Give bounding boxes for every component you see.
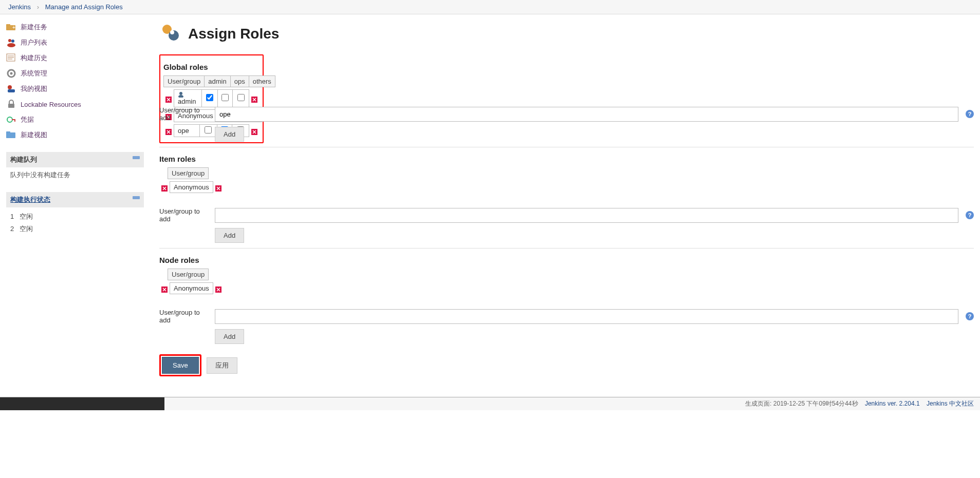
usergroup-cell: Anonymous [170,283,213,294]
people-icon [6,37,16,48]
item-roles-row-table: Anonymous [170,181,213,193]
item-add-input[interactable] [215,208,958,223]
credentials-icon [6,114,16,125]
build-queue-body: 队列中没有构建任务 [6,167,144,183]
global-add-button[interactable]: Add [215,127,244,142]
global-add-input[interactable] [215,107,958,122]
footer: 生成页面: 2019-12-25 下午09时54分44秒 Jenkins ver… [0,397,980,410]
build-queue-title: 构建队列 [10,156,37,163]
checkbox-admin-admin[interactable] [206,94,213,101]
executor-status: 空闲 [20,213,33,220]
page-title: Assign Roles [188,26,279,42]
item-roles-title: Item roles [159,155,974,163]
checkbox-admin-others[interactable] [237,94,245,101]
node-add-button-row: Add [159,329,974,344]
executor-status: 空闲 [20,225,33,233]
node-roles-row-table: Anonymous [170,282,213,294]
collapse-icon[interactable] [133,196,140,199]
delete-row-icon[interactable] [215,185,221,192]
item-roles-section: Item roles User/group Anonymous [159,155,974,195]
breadcrumb-page[interactable]: Manage and Assign Roles [45,3,123,11]
footer-generated: 生成页面: 2019-12-25 下午09时54分44秒 [745,400,858,407]
divider [159,147,974,147]
sidebar-item-label: 新建视图 [21,130,47,140]
executor-num: 2 [10,225,17,233]
executor-pane: 构建执行状态 1 空闲 2 空闲 [6,192,144,238]
delete-row-icon[interactable] [251,97,257,103]
table-header-row: User/group admin ops others [164,76,275,87]
delete-row-icon[interactable] [165,97,172,103]
sidebar-item-label: 新建任务 [21,23,47,32]
svg-rect-1 [6,24,10,26]
item-add-button-row: Add [159,228,974,243]
sidebar-item-manage[interactable]: 系统管理 [6,66,144,81]
node-roles-header-wrap: User/group [159,269,974,282]
new-job-icon: + [6,22,16,32]
help-icon[interactable]: ? [966,110,974,118]
svg-rect-14 [8,104,14,108]
myview-icon [6,84,16,94]
delete-row-icon[interactable] [251,129,257,135]
breadcrumb-home[interactable]: Jenkins [8,3,31,11]
svg-rect-17 [14,119,15,122]
sidebar-item-lockable-resources[interactable]: Lockable Resources [6,97,144,112]
sidebar-item-label: Lockable Resources [21,101,81,108]
page-title-row: Assign Roles [159,22,974,45]
sidebar-item-credentials[interactable]: 凭据 [6,112,144,127]
node-roles-title: Node roles [159,256,974,264]
svg-text:+: + [12,25,15,30]
usergroup-cell: ope [174,125,200,137]
item-add-button[interactable]: Add [215,228,244,243]
svg-rect-13 [8,89,15,92]
sidebar-item-people[interactable]: 用户列表 [6,35,144,50]
node-add-button[interactable]: Add [215,329,244,344]
sidebar-item-my-views[interactable]: 我的视图 [6,81,144,97]
delete-row-icon[interactable] [161,185,168,192]
col-usergroup: User/group [164,76,205,87]
item-roles-table: User/group [168,167,209,179]
node-add-input[interactable] [215,309,958,324]
submit-bar: Save 应用 [159,354,974,376]
main-panel: Assign Roles Global roles User/group adm… [144,14,980,397]
gear-icon [6,68,16,79]
sidebar-item-label: 凭据 [21,115,34,124]
usergroup-cell: admin [174,90,202,107]
svg-rect-19 [6,131,10,133]
save-highlight: Save [159,354,201,376]
col-others: others [249,76,275,87]
executor-num: 1 [10,213,17,220]
footer-version-link[interactable]: Jenkins ver. 2.204.1 [865,400,920,407]
save-button[interactable]: Save [162,357,199,374]
col-ops: ops [230,76,249,87]
collapse-icon[interactable] [133,156,140,159]
global-roles-title: Global roles [163,63,260,71]
breadcrumb: Jenkins › Manage and Assign Roles [0,0,980,14]
breadcrumb-separator: › [37,3,39,11]
svg-point-12 [8,85,12,89]
apply-button[interactable]: 应用 [207,357,237,374]
checkbox-admin-ops[interactable] [221,94,229,101]
sidebar-item-new-job[interactable]: + 新建任务 [6,20,144,35]
footer-dark-area [0,397,164,410]
help-icon[interactable]: ? [966,312,974,320]
delete-row-icon[interactable] [165,129,172,135]
checkbox-ope-admin[interactable] [205,126,212,133]
build-queue-header: 构建队列 [6,152,144,167]
item-roles-row: Anonymous [159,181,974,195]
node-roles-row: Anonymous [159,282,974,296]
sidebar-item-build-history[interactable]: 构建历史 [6,50,144,66]
help-icon[interactable]: ? [966,211,974,219]
footer-community-link[interactable]: Jenkins 中文社区 [927,400,974,407]
newview-icon [6,130,16,140]
sidebar-item-new-view[interactable]: 新建视图 [6,127,144,143]
delete-row-icon[interactable] [215,286,221,293]
executor-title-link[interactable]: 构建执行状态 [10,196,50,203]
node-roles-section: Node roles User/group Anonymous [159,256,974,296]
executor-row: 2 空闲 [10,223,140,235]
history-icon [6,53,16,63]
executor-header: 构建执行状态 [6,192,144,207]
svg-point-4 [11,40,14,43]
delete-row-icon[interactable] [161,286,168,293]
svg-point-15 [7,117,12,122]
node-add-label: User/group to add [159,309,211,324]
